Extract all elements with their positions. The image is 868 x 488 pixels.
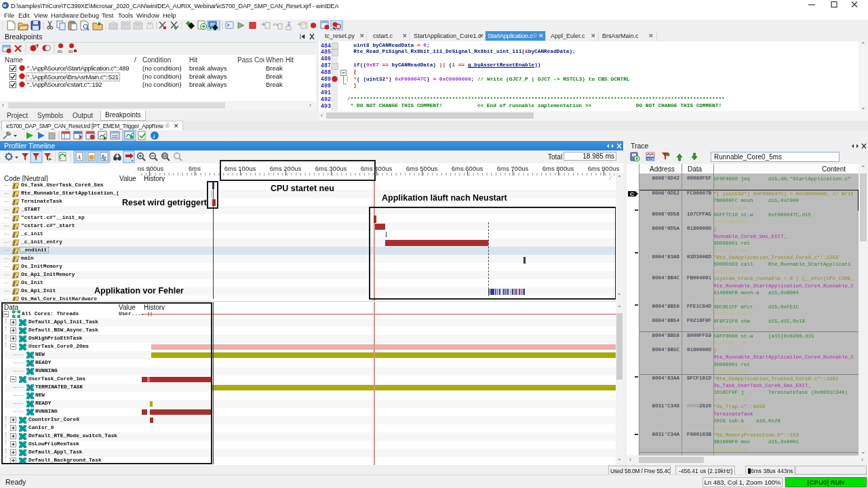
svg-text:x: x <box>16 258 18 262</box>
svg-text:00: 00 <box>58 49 62 54</box>
svg-text:x: x <box>16 193 18 197</box>
svg-text:x: x <box>16 201 18 205</box>
svg-text:x: x <box>16 266 18 270</box>
svg-text:x: x <box>16 291 18 295</box>
svg-text:x: x <box>16 274 18 279</box>
svg-text:x: x <box>16 250 18 254</box>
svg-text:00: 00 <box>68 49 73 54</box>
svg-text:A: A <box>77 154 81 161</box>
svg-text:x: x <box>16 218 18 222</box>
svg-text:XOR: XOR <box>647 157 655 161</box>
svg-text:x: x <box>16 209 18 214</box>
svg-text:ns 900us: ns 900us <box>138 165 164 172</box>
svg-text:x: x <box>16 226 18 230</box>
svg-text:x: x <box>16 242 18 246</box>
svg-text:x: x <box>16 185 18 189</box>
svg-text:x: x <box>16 283 18 287</box>
svg-text:x: x <box>16 234 18 238</box>
svg-text:C: C <box>630 191 634 197</box>
